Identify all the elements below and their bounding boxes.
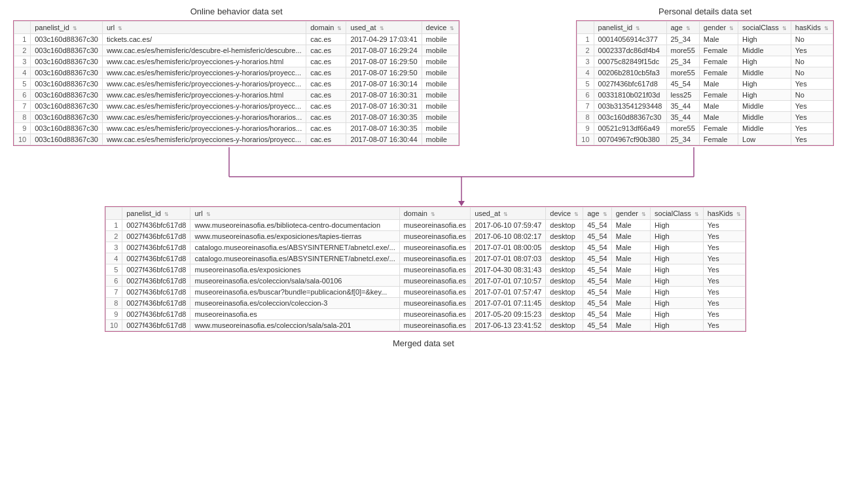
sort-icon-url-ob: ⇅ <box>118 26 122 31</box>
sort-icon-gender-m: ⇅ <box>641 211 646 217</box>
row-num: 6 <box>14 90 31 101</box>
sort-icon-haskids-m: ⇅ <box>736 211 741 217</box>
cell-gender: Male <box>611 231 650 242</box>
cell-haskids: Yes <box>703 242 745 253</box>
cell-domain: cac.es <box>306 67 346 79</box>
merged-row: 6 0027f436bfc617d8 museoreinasofia.es/co… <box>106 276 746 287</box>
merged-row: 10 0027f436bfc617d8 www.museoreinasofia.… <box>106 320 746 331</box>
cell-gender: Male <box>611 220 650 231</box>
cell-domain: cac.es <box>306 101 346 112</box>
cell-domain: cac.es <box>306 90 346 101</box>
cell-panelist: 003c160d88367c30 <box>31 79 103 90</box>
cell-haskids: Yes <box>703 253 745 264</box>
sort-icon-socialclass-m: ⇅ <box>694 211 699 217</box>
online-behavior-row: 4 003c160d88367c30 www.cac.es/es/hemisfe… <box>14 67 459 79</box>
personal-details-title: Personal details data set <box>576 7 834 16</box>
online-behavior-row: 5 003c160d88367c30 www.cac.es/es/hemisfe… <box>14 79 459 90</box>
row-num: 10 <box>14 134 31 145</box>
cell-domain: cac.es <box>306 45 346 56</box>
online-behavior-row: 7 003c160d88367c30 www.cac.es/es/hemisfe… <box>14 101 459 112</box>
merged-table-wrapper: panelist_id ⇅ url ⇅ domain ⇅ used_at ⇅ d… <box>105 206 746 332</box>
row-num: 5 <box>106 264 122 276</box>
cell-usedat: 2017-08-07 16:30:14 <box>346 79 422 90</box>
sort-icon-device-m: ⇅ <box>574 211 579 217</box>
cell-haskids: Yes <box>703 220 745 231</box>
cell-socialclass: Middle <box>738 45 791 56</box>
col-socialclass-pd: socialClass ⇅ <box>738 22 791 34</box>
merged-title: Merged data set <box>13 338 834 348</box>
cell-panelist: 0027f436bfc617d8 <box>122 320 190 331</box>
cell-usedat: 2017-08-07 16:30:31 <box>346 90 422 101</box>
merged-table: panelist_id ⇅ url ⇅ domain ⇅ used_at ⇅ d… <box>105 207 746 331</box>
cell-panelist: 0027f436bfc617d8 <box>122 298 190 309</box>
cell-device: mobile <box>422 56 459 67</box>
cell-gender: Male <box>611 287 650 298</box>
cell-url: www.cac.es/es/hemisferic/proyecciones-y-… <box>102 67 306 79</box>
cell-gender: Male <box>611 276 650 287</box>
personal-details-section: Personal details data set panelist_id ⇅ … <box>576 7 834 147</box>
online-behavior-row: 6 003c160d88367c30 www.cac.es/es/hemisfe… <box>14 90 459 101</box>
cell-panelist: 003c160d88367c30 <box>594 112 666 123</box>
cell-usedat: 2017-05-20 09:15:23 <box>471 309 546 320</box>
cell-socialclass: High <box>738 34 791 45</box>
col-socialclass-m: socialClass ⇅ <box>651 207 704 220</box>
merged-section: panelist_id ⇅ url ⇅ domain ⇅ used_at ⇅ d… <box>13 206 834 348</box>
cell-panelist: 003c160d88367c30 <box>31 67 103 79</box>
cell-gender: Female <box>699 67 738 79</box>
cell-usedat: 2017-08-07 16:30:31 <box>346 101 422 112</box>
cell-gender: Female <box>699 56 738 67</box>
cell-panelist: 0027f436bfc617d8 <box>122 253 190 264</box>
cell-panelist: 00331810b021f03d <box>594 90 666 101</box>
cell-age: more55 <box>666 67 699 79</box>
online-behavior-row: 8 003c160d88367c30 www.cac.es/es/hemisfe… <box>14 112 459 123</box>
cell-domain: museoreinasofia.es <box>399 287 470 298</box>
sort-icon-domain-m: ⇅ <box>431 211 435 217</box>
online-behavior-tbody: 1 003c160d88367c30 tickets.cac.es/ cac.e… <box>14 34 459 145</box>
main-container: Online behavior data set panelist_id ⇅ u… <box>0 0 847 355</box>
cell-device: desktop <box>546 264 583 276</box>
merged-row: 1 0027f436bfc617d8 www.museoreinasofia.e… <box>106 220 746 231</box>
row-num: 7 <box>577 101 594 112</box>
cell-panelist: 0027f436bfc617d8 <box>594 79 666 90</box>
row-num: 1 <box>577 34 594 45</box>
row-num: 8 <box>14 112 31 123</box>
cell-url: museoreinasofia.es/buscar?bundle=publica… <box>190 287 399 298</box>
cell-haskids: Yes <box>791 112 833 123</box>
cell-usedat: 2017-08-07 16:30:35 <box>346 123 422 134</box>
cell-age: 35_44 <box>666 112 699 123</box>
cell-gender: Male <box>611 320 650 331</box>
cell-haskids: Yes <box>703 264 745 276</box>
cell-panelist: 003c160d88367c30 <box>31 34 103 45</box>
cell-device: desktop <box>546 231 583 242</box>
sort-icon-domain-ob: ⇅ <box>337 26 342 31</box>
col-panelist-pd: panelist_id ⇅ <box>594 22 666 34</box>
row-num: 6 <box>577 90 594 101</box>
cell-haskids: Yes <box>791 134 833 145</box>
cell-panelist: 00075c82849f15dc <box>594 56 666 67</box>
cell-device: desktop <box>546 242 583 253</box>
cell-haskids: Yes <box>703 298 745 309</box>
cell-url: www.cac.es/es/hemisferic/proyecciones-y-… <box>102 79 306 90</box>
cell-socialclass: High <box>651 253 704 264</box>
cell-age: 45_54 <box>583 264 612 276</box>
personal-details-row: 3 00075c82849f15dc 25_34 Female High No <box>577 56 833 67</box>
sort-icon-panelist-m: ⇅ <box>164 211 169 217</box>
col-panelist-ob: panelist_id ⇅ <box>31 22 103 34</box>
col-num-pd <box>577 22 594 34</box>
cell-domain: cac.es <box>306 134 346 145</box>
cell-socialclass: High <box>651 242 704 253</box>
personal-details-row: 1 00014056914c377 25_34 Male High No <box>577 34 833 45</box>
merged-row: 9 0027f436bfc617d8 museoreinasofia.es mu… <box>106 309 746 320</box>
row-num: 2 <box>14 45 31 56</box>
cell-domain: museoreinasofia.es <box>399 253 470 264</box>
online-behavior-table: panelist_id ⇅ url ⇅ domain ⇅ used_at ⇅ d… <box>14 21 459 145</box>
cell-usedat: 2017-07-01 07:57:47 <box>471 287 546 298</box>
online-behavior-row: 1 003c160d88367c30 tickets.cac.es/ cac.e… <box>14 34 459 45</box>
personal-details-table-wrapper: panelist_id ⇅ age ⇅ gender ⇅ socialClass… <box>576 20 834 146</box>
cell-panelist: 0027f436bfc617d8 <box>122 231 190 242</box>
row-num: 1 <box>106 220 122 231</box>
online-behavior-row: 10 003c160d88367c30 www.cac.es/es/hemisf… <box>14 134 459 145</box>
cell-age: more55 <box>666 123 699 134</box>
cell-url: catalogo.museoreinasofia.es/ABSYSINTERNE… <box>190 242 399 253</box>
cell-age: less25 <box>666 90 699 101</box>
